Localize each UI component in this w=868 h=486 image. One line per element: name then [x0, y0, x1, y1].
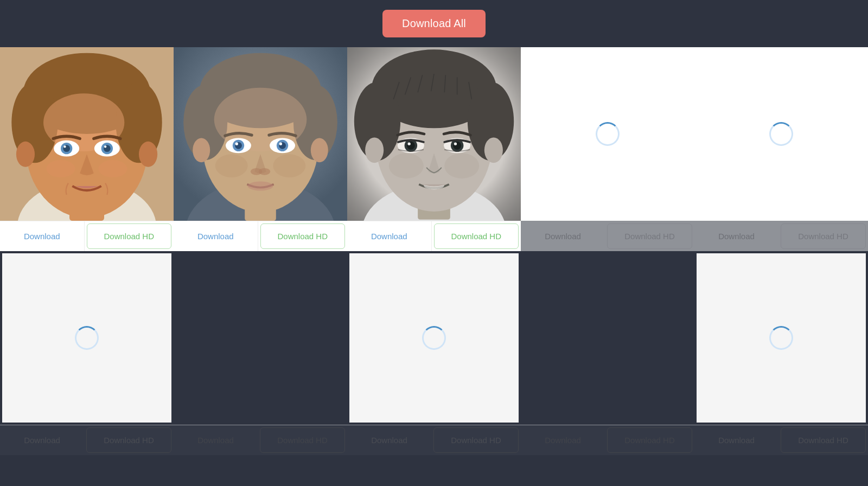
svg-point-63 [407, 142, 410, 145]
gallery-item-9: Download Download HD [521, 251, 694, 455]
loading-spinner-5 [769, 122, 793, 146]
portrait-image-3 [347, 47, 521, 221]
button-row-6: Download Download HD [0, 425, 174, 455]
image-container-3 [347, 47, 521, 221]
download-button-9[interactable]: Download [521, 425, 605, 455]
download-hd-button-9[interactable]: Download HD [607, 427, 692, 453]
button-row-1: Download Download HD [0, 221, 174, 251]
button-row-5: Download Download HD [694, 221, 868, 251]
svg-point-68 [389, 153, 424, 178]
download-hd-button-2[interactable]: Download HD [260, 223, 346, 249]
svg-point-18 [16, 142, 35, 167]
button-row-10: Download Download HD [694, 425, 868, 455]
portrait-image-1 [0, 47, 174, 221]
download-button-5[interactable]: Download [694, 221, 778, 251]
download-all-button[interactable]: Download All [382, 10, 486, 37]
button-row-3: Download Download HD [347, 221, 521, 251]
gallery-item-7: Download Download HD [174, 251, 347, 455]
svg-point-17 [98, 160, 127, 177]
svg-point-39 [259, 168, 270, 175]
portrait-image-2 [174, 47, 347, 221]
loading-spinner-6 [75, 326, 99, 350]
button-row-8: Download Download HD [347, 425, 521, 455]
loading-spinner-10 [769, 326, 793, 350]
image-container-4 [521, 47, 694, 221]
download-hd-button-1[interactable]: Download HD [87, 223, 172, 249]
svg-point-42 [311, 138, 328, 162]
gallery-item-6: Download Download HD [0, 251, 174, 455]
gallery-item-2: Download Download HD [174, 47, 347, 251]
download-button-2[interactable]: Download [174, 221, 258, 251]
download-button-7[interactable]: Download [174, 425, 258, 455]
download-button-1[interactable]: Download [0, 221, 85, 251]
gallery-item-10: Download Download HD [694, 251, 868, 455]
button-row-2: Download Download HD [174, 221, 347, 251]
image-container-5 [694, 47, 868, 221]
download-button-10[interactable]: Download [694, 425, 778, 455]
svg-point-11 [63, 145, 66, 148]
image-container-1 [0, 47, 174, 221]
svg-point-40 [248, 181, 273, 190]
svg-point-41 [193, 138, 210, 162]
download-hd-button-7[interactable]: Download HD [260, 427, 345, 453]
image-container-2 [174, 47, 347, 221]
gallery: Download Download HD [0, 47, 868, 455]
gallery-item-1: Download Download HD [0, 47, 174, 251]
svg-point-44 [273, 154, 305, 177]
download-hd-button-10[interactable]: Download HD [781, 427, 866, 453]
button-row-4: Download Download HD [521, 221, 694, 251]
loading-spinner-4 [596, 122, 620, 146]
image-container-9 [521, 251, 694, 425]
svg-point-33 [235, 142, 238, 145]
svg-point-69 [444, 153, 479, 178]
download-button-6[interactable]: Download [0, 425, 84, 455]
image-container-7 [174, 251, 347, 425]
image-container-6 [0, 251, 174, 425]
svg-point-43 [215, 154, 248, 177]
download-hd-button-3[interactable]: Download HD [434, 223, 519, 249]
header: Download All [0, 0, 868, 47]
svg-point-70 [365, 137, 384, 163]
download-button-3[interactable]: Download [347, 221, 432, 251]
image-container-8 [347, 251, 521, 425]
loading-spinner-8 [422, 326, 446, 350]
button-row-9: Download Download HD [521, 425, 694, 455]
gallery-item-5: Download Download HD [694, 47, 868, 251]
download-hd-button-8[interactable]: Download HD [433, 427, 519, 453]
svg-point-67 [454, 142, 457, 145]
download-button-4[interactable]: Download [521, 221, 605, 251]
svg-point-16 [46, 160, 75, 177]
gallery-item-4: Download Download HD [521, 47, 694, 251]
gallery-item-8: Download Download HD [347, 251, 521, 455]
svg-point-62 [407, 142, 415, 150]
svg-point-66 [453, 142, 461, 150]
svg-point-71 [484, 137, 503, 163]
svg-point-19 [139, 142, 157, 167]
button-row-7: Download Download HD [174, 425, 347, 455]
svg-point-15 [104, 145, 106, 148]
svg-point-37 [279, 142, 282, 145]
image-container-10 [694, 251, 868, 425]
download-hd-button-5[interactable]: Download HD [781, 223, 866, 249]
download-hd-button-6[interactable]: Download HD [86, 427, 171, 453]
gallery-item-3: Download Download HD [347, 47, 521, 251]
download-hd-button-4[interactable]: Download HD [607, 223, 692, 249]
download-button-8[interactable]: Download [347, 425, 431, 455]
